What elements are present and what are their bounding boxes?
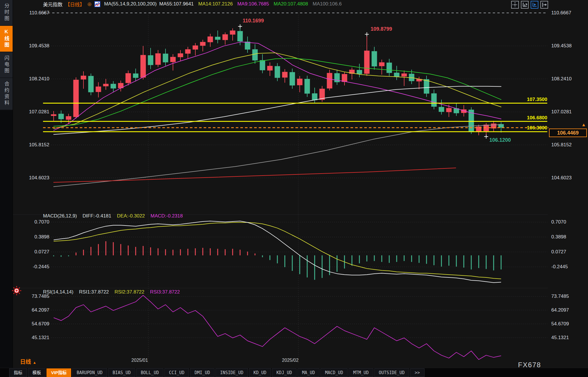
- macd-diff-value: DIFF:-0.4181: [83, 213, 111, 219]
- indicator-tab-KD_UD[interactable]: KD_UD: [249, 368, 271, 377]
- rsi-axis-label-left: 45.1321: [13, 335, 49, 341]
- indicator-tab-OUTSIDE_UD[interactable]: OUTSIDE_UD: [374, 368, 409, 377]
- date-label: 2025/02: [282, 358, 299, 363]
- ma-values: MA55:107.9641MA14:107.2126MA9:106.7685MA…: [159, 1, 346, 7]
- trading-terminal: 110.6667110.6667109.4538109.4538108.2410…: [0, 0, 588, 377]
- indicator-tab-指标[interactable]: 指标: [9, 368, 27, 377]
- rsi-title: RSI(14,14,14): [43, 289, 73, 295]
- indicator-tab-KDJ_UD[interactable]: KDJ_UD: [272, 368, 297, 377]
- main-axis-label-right: 107.0281: [551, 109, 572, 115]
- main-axis-label-right: 109.4538: [551, 43, 572, 49]
- rsi-axis-label-right: 64.2097: [551, 307, 569, 313]
- rsi3-value: RSI3:37.8722: [150, 289, 180, 295]
- symbol-name: 美元指数: [43, 1, 63, 8]
- main-axis-label-left: 107.0281: [13, 109, 49, 115]
- rsi-axis-label-left: 54.6709: [13, 321, 49, 327]
- main-axis-label-left: 105.8152: [13, 142, 49, 148]
- chart-canvas[interactable]: [0, 0, 588, 377]
- macd-axis-label-right: 0.7070: [551, 219, 566, 225]
- macd-header: MACD(26,12,9) DIFF:-0.4181 DEA:-0.3022 M…: [43, 213, 187, 219]
- high-marker-label: 110.1699: [243, 18, 264, 24]
- macd-axis-label-left: -0.2445: [13, 264, 49, 270]
- rsi-axis-label-right: 73.7485: [551, 294, 569, 299]
- date-label: 2025/01: [131, 358, 148, 363]
- sidebar-tab-闪电图[interactable]: 闪电图: [0, 52, 13, 78]
- macd-macd-value: MACD:-0.2318: [151, 213, 183, 219]
- low-marker-label: 106.1200: [489, 137, 511, 143]
- period-selector-label: 日线: [20, 359, 31, 365]
- indicator-tab-BARUPDN_UD[interactable]: BARUPDN_UD: [72, 368, 107, 377]
- pan-crosshair-icon[interactable]: [511, 1, 519, 9]
- rsi-axis-label-left: 64.2097: [13, 307, 49, 313]
- main-axis-label-right: 108.2410: [551, 76, 572, 82]
- indicator-tab-MA_UD[interactable]: MA_UD: [297, 368, 320, 377]
- main-axis-label-right: 104.6023: [551, 175, 572, 181]
- chart-toolbar: [511, 1, 548, 9]
- main-axis-label-right: 110.6667: [551, 10, 571, 16]
- indicator-tab-BOLL_UD[interactable]: BOLL_UD: [136, 368, 163, 377]
- indicator-tab-BIAS_UD[interactable]: BIAS_UD: [108, 368, 135, 377]
- axis-shift-icon[interactable]: [540, 1, 548, 9]
- indicator-tab-MTM_UD[interactable]: MTM_UD: [348, 368, 373, 377]
- indicator-tab-模板[interactable]: 模板: [28, 368, 46, 377]
- main-axis-label-left: 109.4538: [13, 43, 49, 49]
- axis-autoscale-icon[interactable]: [531, 1, 538, 9]
- rsi1-value: RSI1:37.8722: [79, 289, 109, 295]
- macd-title: MACD(26,12,9): [43, 213, 77, 219]
- rsi2-value: RSI2:37.8722: [114, 289, 144, 295]
- rsi-header: RSI(14,14,14) RSI1:37.8722 RSI2:37.8722 …: [43, 289, 184, 295]
- ma-value: MA14:107.2126: [198, 1, 233, 7]
- chart-header: 美元指数 【日线】 ⊕ MA(55,14,9,20,100,200) MA55:…: [43, 1, 346, 7]
- left-sidebar: 分时图K线图闪电图合约资料: [0, 0, 13, 377]
- period-tag: 【日线】: [65, 1, 85, 8]
- level-label-107-35: 107.3500: [527, 97, 547, 102]
- macd-axis-label-left: 0.7070: [13, 219, 49, 225]
- ma-value: MA100:106.6: [313, 1, 342, 7]
- chart-mode-tabs: 分时图K线图闪电图合约资料: [0, 0, 13, 110]
- indicator-tab-CCI_UD[interactable]: CCI_UD: [164, 368, 189, 377]
- ma-value: MA9:106.7685: [237, 1, 269, 7]
- indicator-tab-bar: 指标模板VIP指标BARUPDN_UDBIAS_UDBOLL_UDCCI_UDD…: [0, 368, 588, 377]
- sidebar-tab-分时图[interactable]: 分时图: [0, 0, 13, 26]
- period-selector[interactable]: 日线▲: [20, 357, 36, 365]
- macd-axis-label-right: -0.2445: [551, 264, 568, 270]
- alarm-icon[interactable]: [11, 285, 22, 296]
- macd-dea-value: DEA:-0.3022: [117, 213, 145, 219]
- rsi-axis-label-right: 54.6709: [551, 321, 569, 327]
- macd-axis-label-left: 0.3898: [13, 234, 49, 240]
- macd-axis-label-left: 0.0727: [13, 249, 49, 255]
- main-axis-label-right: 105.8152: [551, 142, 572, 148]
- ma-config: MA(55,14,9,20,100,200): [104, 1, 157, 7]
- main-axis-label-left: 104.6023: [13, 175, 49, 181]
- axis-scale-icon[interactable]: [521, 1, 529, 9]
- main-axis-label-left: 108.2410: [13, 76, 49, 82]
- add-indicator-icon[interactable]: ⊕: [87, 1, 92, 7]
- sidebar-tab-合约资料[interactable]: 合约资料: [0, 78, 13, 110]
- indicator-tab-DMI_UD[interactable]: DMI_UD: [190, 368, 215, 377]
- ma-value: MA20:107.4808: [274, 1, 308, 7]
- indicator-tab-INSIDE_UD[interactable]: INSIDE_UD: [215, 368, 248, 377]
- price-axis-up-arrow[interactable]: ▲: [581, 122, 586, 127]
- indicator-tab-MACD_UD[interactable]: MACD_UD: [320, 368, 348, 377]
- mini-chart-icon[interactable]: [94, 1, 100, 7]
- rsi-axis-label-right: 45.1321: [551, 335, 569, 341]
- macd-axis-label-right: 0.3898: [551, 234, 566, 240]
- level-label-106-68: 106.6800: [527, 115, 547, 121]
- macd-axis-label-right: 0.0727: [551, 249, 566, 255]
- main-axis-label-left: 110.6667: [13, 10, 49, 16]
- ma-value: MA55:107.9641: [159, 1, 194, 7]
- current-price-box: 106.4469: [549, 129, 587, 137]
- sidebar-tab-K线图[interactable]: K线图: [0, 26, 13, 52]
- indicator-tab-VIP指标[interactable]: VIP指标: [46, 368, 71, 377]
- swing-high-marker-label: 109.8799: [371, 26, 392, 32]
- indicator-tab->>[interactable]: >>: [410, 368, 425, 377]
- level-label-106-30: 106.3000: [527, 125, 547, 131]
- chevron-up-icon: ▲: [33, 360, 36, 365]
